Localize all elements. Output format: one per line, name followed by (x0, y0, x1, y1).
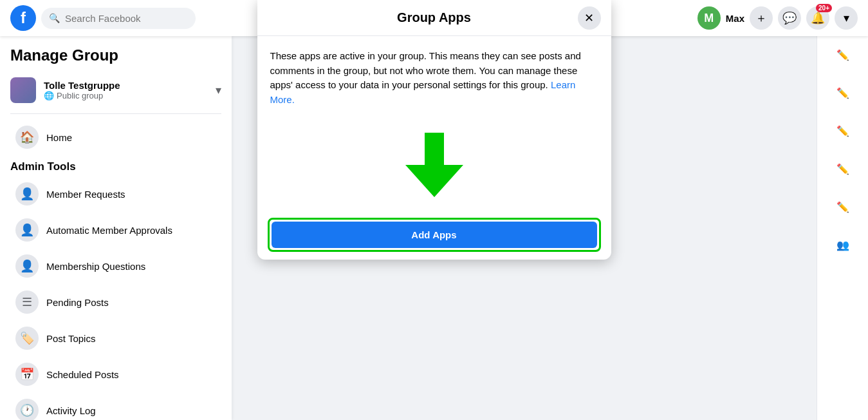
post-topics-icon: 🏷️ (15, 327, 39, 350)
modal-body: These apps are active in your group. Thi… (257, 36, 611, 210)
group-apps-modal: Group Apps ✕ These apps are active in yo… (257, 0, 611, 260)
sidebar-item-label: Post Topics (46, 333, 95, 344)
sidebar-divider (10, 113, 221, 114)
sidebar: Manage Group Tolle Testgruppe 🌐 Public g… (0, 36, 232, 420)
scheduled-posts-icon: 📅 (15, 363, 39, 386)
sidebar-item-label: Scheduled Posts (46, 369, 119, 380)
add-apps-border: Add Apps (268, 218, 601, 252)
globe-icon: 🌐 (44, 91, 54, 100)
sidebar-item-pending-posts[interactable]: ☰ Pending Posts (5, 284, 226, 320)
svg-rect-0 (425, 133, 444, 168)
down-arrow-icon (405, 133, 463, 197)
facebook-logo: f (10, 5, 36, 31)
header-right: M Max ＋ 💬 🔔 20+ ▾ (697, 6, 858, 30)
auto-approvals-icon: 👤 (15, 218, 39, 242)
group-avatar (10, 77, 36, 103)
group-text: Tolle Testgruppe 🌐 Public group (44, 80, 208, 100)
sidebar-item-scheduled-posts[interactable]: 📅 Scheduled Posts (5, 356, 226, 392)
sidebar-item-label: Pending Posts (46, 297, 109, 308)
sidebar-item-activity-log[interactable]: 🕐 Activity Log (5, 392, 226, 420)
search-input[interactable] (65, 13, 188, 24)
edit-icon-2[interactable]: ✏️ (836, 87, 849, 99)
sidebar-item-label: Member Requests (46, 189, 125, 200)
sidebar-title: Manage Group (0, 46, 232, 72)
edit-icon-3[interactable]: ✏️ (836, 125, 849, 137)
add-button[interactable]: ＋ (750, 6, 773, 30)
modal-arrow-area (270, 107, 598, 210)
search-bar[interactable]: 🔍 (41, 8, 196, 29)
edit-icon-1[interactable]: ✏️ (836, 49, 849, 61)
admin-tools-label: Admin Tools (0, 155, 232, 176)
group-type: 🌐 Public group (44, 91, 208, 100)
sidebar-item-post-topics[interactable]: 🏷️ Post Topics (5, 320, 226, 356)
modal-description: These apps are active in your group. Thi… (270, 49, 598, 107)
menu-button[interactable]: ▾ (835, 6, 858, 30)
notifications-button[interactable]: 🔔 20+ (806, 6, 829, 30)
home-icon: 🏠 (15, 126, 39, 149)
username-label: Max (726, 13, 744, 24)
sidebar-item-label: Automatic Member Approvals (46, 225, 172, 236)
edit-icon-5[interactable]: ✏️ (836, 201, 849, 213)
sidebar-item-label: Home (46, 132, 72, 143)
sidebar-item-membership-questions[interactable]: 👤 Membership Questions (5, 248, 226, 284)
add-apps-button[interactable]: Add Apps (272, 222, 597, 248)
sidebar-item-auto-approvals[interactable]: 👤 Automatic Member Approvals (5, 212, 226, 248)
svg-marker-1 (405, 165, 463, 197)
modal-header: Group Apps ✕ (257, 0, 611, 36)
sidebar-item-home[interactable]: 🏠 Home (5, 119, 226, 155)
membership-questions-icon: 👤 (15, 254, 39, 278)
people-icon[interactable]: 👥 (836, 239, 849, 251)
group-info[interactable]: Tolle Testgruppe 🌐 Public group ▾ (0, 72, 232, 108)
sidebar-item-member-requests[interactable]: 👤 Member Requests (5, 176, 226, 212)
member-requests-icon: 👤 (15, 182, 39, 205)
activity-log-icon: 🕐 (15, 399, 39, 420)
notification-badge: 20+ (816, 4, 832, 12)
modal-footer: Add Apps (257, 210, 611, 260)
modal-close-button[interactable]: ✕ (578, 6, 601, 30)
avatar: M (697, 6, 721, 30)
edit-icon-4[interactable]: ✏️ (836, 163, 849, 175)
modal-title: Group Apps (397, 10, 471, 25)
messenger-button[interactable]: 💬 (778, 6, 801, 30)
sidebar-item-label: Activity Log (46, 405, 96, 416)
sidebar-item-label: Membership Questions (46, 261, 145, 272)
pending-posts-icon: ☰ (15, 291, 39, 314)
search-icon: 🔍 (49, 13, 60, 23)
group-name: Tolle Testgruppe (44, 80, 208, 91)
chevron-down-icon[interactable]: ▾ (216, 83, 221, 97)
right-panel: ✏️ ✏️ ✏️ ✏️ ✏️ 👥 (817, 36, 868, 420)
